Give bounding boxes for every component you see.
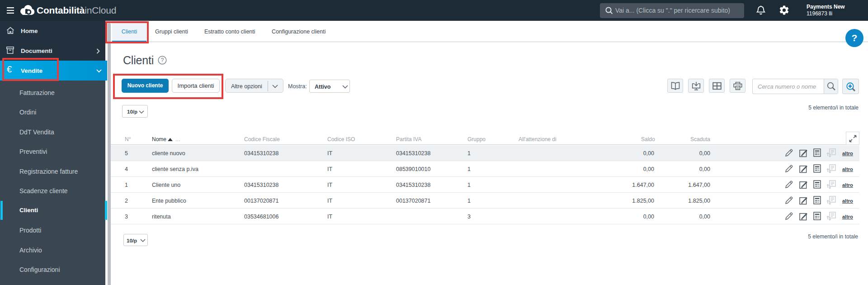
svg-text:?: ? <box>161 57 164 63</box>
